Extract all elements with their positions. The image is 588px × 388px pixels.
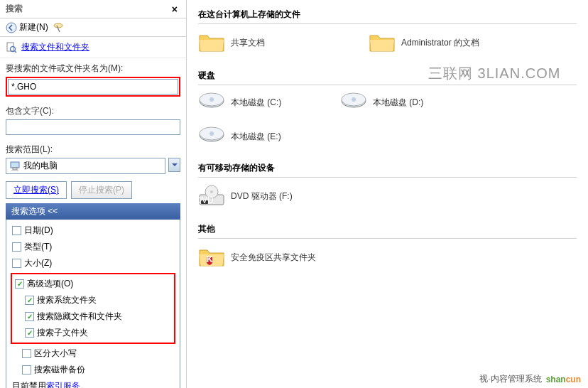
other-header: 其他 <box>198 220 577 239</box>
option-tape-label: 搜索磁带备份 <box>34 364 85 376</box>
option-advanced[interactable]: 高级选项(O) <box>13 276 173 292</box>
checkbox-unchecked[interactable] <box>12 226 21 235</box>
search-doc-icon <box>6 42 17 53</box>
files-header: 在这台计算机上存储的文件 <box>198 6 577 24</box>
search-link-row: 搜索文件和文件夹 <box>0 37 186 58</box>
option-size[interactable]: 大小(Z) <box>11 255 175 271</box>
options-header[interactable]: 搜索选项 << <box>6 203 180 220</box>
scope-label: 搜索范围(L): <box>6 144 180 156</box>
folder-shared-docs[interactable]: 共享文档 <box>198 31 340 54</box>
contains-label: 包含文字(C): <box>6 105 180 117</box>
svg-rect-7 <box>11 170 18 171</box>
scope-select[interactable]: 我的电脑 <box>6 158 165 174</box>
option-case[interactable]: 区分大小写 <box>21 345 175 362</box>
security-label: 安全免疫区共享文件夹 <box>231 252 316 264</box>
search-panel: 搜索 × 新建(N) 搜索文件和文件夹 要搜索的文件或文件夹名为(M): 包含文… <box>0 0 187 388</box>
option-date-label: 日期(D) <box>24 225 53 237</box>
option-type-label: 类型(T) <box>24 241 52 253</box>
options-body: 日期(D) 类型(T) 大小(Z) 高级选项(O) <box>6 220 180 388</box>
drive-icon <box>198 126 225 146</box>
svg-line-4 <box>15 50 17 53</box>
folder-admin-docs[interactable]: Administrator 的文档 <box>369 31 511 54</box>
option-date[interactable]: 日期(D) <box>11 222 175 239</box>
security-folder[interactable]: K 安全免疫区共享文件夹 <box>198 246 340 269</box>
svg-point-16 <box>209 131 214 136</box>
checkbox-unchecked[interactable] <box>22 349 31 358</box>
svg-point-10 <box>209 97 214 102</box>
svg-text:K: K <box>207 254 213 264</box>
checkbox-checked[interactable] <box>25 328 34 338</box>
drive-e[interactable]: 本地磁盘 (E:) <box>198 126 312 146</box>
option-hidden-label: 搜索隐藏文件和文件夹 <box>37 311 122 323</box>
content-panel: 在这台计算机上存储的文件 共享文档 Administrator 的文档 三联网 … <box>187 0 588 388</box>
panel-title: 搜索 <box>6 3 169 15</box>
chevron-down-icon <box>172 163 178 167</box>
watermark-text: 三联网 3LIAN.COM <box>428 64 560 83</box>
scope-dropdown-button[interactable] <box>168 158 180 172</box>
checkbox-unchecked[interactable] <box>12 242 21 252</box>
svg-point-0 <box>6 23 16 33</box>
folder-label: 共享文档 <box>231 37 265 49</box>
wand-icon[interactable] <box>53 22 64 33</box>
index-prefix: 目前禁用 <box>12 381 46 388</box>
new-button[interactable]: 新建(N) <box>6 21 48 33</box>
drive-d[interactable]: 本地磁盘 (D:) <box>340 92 454 112</box>
folder-icon <box>198 31 225 54</box>
option-type[interactable]: 类型(T) <box>11 239 175 255</box>
bottom-label: 视·内容管理系统 <box>479 373 541 385</box>
checkbox-checked[interactable] <box>15 279 24 289</box>
drive-label: 本地磁盘 (E:) <box>231 131 281 143</box>
logo-part1: shan <box>546 374 566 384</box>
option-subfolders[interactable]: 搜索子文件夹 <box>23 325 173 341</box>
dvd-drive[interactable]: DVD DVD 驱动器 (F:) <box>198 185 340 208</box>
dvd-icon: DVD <box>198 185 225 208</box>
logo-part2: cun <box>566 374 581 384</box>
index-service-link[interactable]: 索引服务 <box>46 381 80 388</box>
checkbox-unchecked[interactable] <box>12 259 21 268</box>
drive-icon <box>198 92 225 112</box>
new-label: 新建(N) <box>19 21 48 33</box>
svg-point-1 <box>54 23 62 28</box>
option-tape[interactable]: 搜索磁带备份 <box>21 362 175 378</box>
drive-label: 本地磁盘 (C:) <box>231 97 281 109</box>
shield-folder-icon: K <box>198 246 225 269</box>
advanced-highlight: 高级选项(O) 搜索系统文件夹 搜索隐藏文件和文件夹 <box>11 273 175 344</box>
svg-rect-6 <box>13 168 17 170</box>
filename-input[interactable] <box>8 79 178 95</box>
svg-point-13 <box>352 97 356 102</box>
contains-input[interactable] <box>6 119 180 135</box>
removable-header: 有可移动存储的设备 <box>198 159 577 178</box>
stop-button: 停止搜索(P) <box>71 181 132 199</box>
option-sub-label: 搜索子文件夹 <box>37 327 88 339</box>
checkbox-unchecked[interactable] <box>22 365 31 374</box>
search-files-link[interactable]: 搜索文件和文件夹 <box>21 41 89 53</box>
svg-point-19 <box>210 190 213 193</box>
option-system-folders[interactable]: 搜索系统文件夹 <box>23 292 173 308</box>
back-icon <box>6 22 17 33</box>
option-advanced-label: 高级选项(O) <box>27 278 73 290</box>
folder-icon <box>369 31 396 54</box>
computer-icon <box>9 161 21 171</box>
drive-label: 本地磁盘 (D:) <box>373 97 423 109</box>
filename-highlight <box>6 77 180 97</box>
scope-value: 我的电脑 <box>23 160 58 172</box>
toolbar: 新建(N) <box>0 18 186 37</box>
checkbox-checked[interactable] <box>25 296 34 305</box>
option-system-label: 搜索系统文件夹 <box>37 294 97 306</box>
svg-text:DVD: DVD <box>198 195 214 205</box>
index-service-row: 目前禁用索引服务。 <box>11 378 175 388</box>
search-button[interactable]: 立即搜索(S) <box>6 181 67 199</box>
drive-c[interactable]: 本地磁盘 (C:) <box>198 92 312 112</box>
bottom-watermark: 视·内容管理系统 shancun <box>479 373 581 385</box>
filename-label: 要搜索的文件或文件夹名为(M): <box>6 63 180 75</box>
dvd-label: DVD 驱动器 (F:) <box>231 190 293 203</box>
option-case-label: 区分大小写 <box>34 347 77 360</box>
option-hidden-files[interactable]: 搜索隐藏文件和文件夹 <box>23 308 173 325</box>
folder-label: Administrator 的文档 <box>401 37 479 49</box>
panel-header: 搜索 × <box>0 0 186 18</box>
close-icon[interactable]: × <box>169 4 180 15</box>
svg-rect-5 <box>11 162 19 168</box>
option-size-label: 大小(Z) <box>24 257 52 269</box>
checkbox-checked[interactable] <box>25 312 34 321</box>
drive-icon <box>340 92 367 112</box>
